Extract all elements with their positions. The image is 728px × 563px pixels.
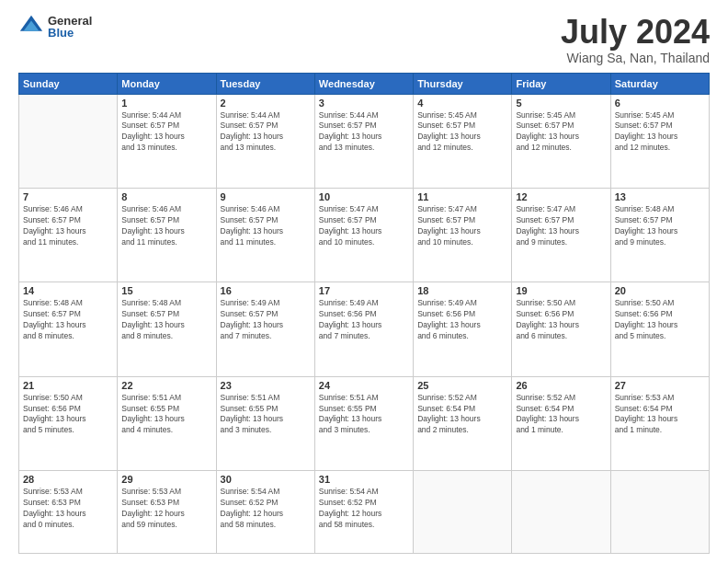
table-row: 24Sunrise: 5:51 AM Sunset: 6:55 PM Dayli… — [314, 376, 413, 470]
table-row: 19Sunrise: 5:50 AM Sunset: 6:56 PM Dayli… — [512, 282, 610, 376]
title-block: July 2024 Wiang Sa, Nan, Thailand — [561, 14, 710, 65]
day-number: 23 — [221, 380, 311, 391]
day-number: 28 — [23, 474, 113, 485]
day-info: Sunrise: 5:51 AM Sunset: 6:55 PM Dayligh… — [221, 393, 311, 437]
table-row: 2Sunrise: 5:44 AM Sunset: 6:57 PM Daylig… — [216, 94, 314, 188]
day-info: Sunrise: 5:52 AM Sunset: 6:54 PM Dayligh… — [417, 393, 507, 437]
day-number: 27 — [615, 380, 705, 391]
day-number: 4 — [417, 98, 507, 109]
day-info: Sunrise: 5:46 AM Sunset: 6:57 PM Dayligh… — [121, 204, 211, 248]
day-number: 17 — [319, 285, 409, 296]
day-info: Sunrise: 5:48 AM Sunset: 6:57 PM Dayligh… — [615, 204, 705, 248]
day-info: Sunrise: 5:50 AM Sunset: 6:56 PM Dayligh… — [516, 298, 606, 342]
day-info: Sunrise: 5:44 AM Sunset: 6:57 PM Dayligh… — [221, 110, 311, 155]
day-info: Sunrise: 5:45 AM Sunset: 6:57 PM Dayligh… — [615, 110, 705, 155]
day-info: Sunrise: 5:53 AM Sunset: 6:53 PM Dayligh… — [23, 487, 113, 531]
table-row: 25Sunrise: 5:52 AM Sunset: 6:54 PM Dayli… — [414, 376, 512, 470]
day-info: Sunrise: 5:48 AM Sunset: 6:57 PM Dayligh… — [121, 298, 211, 342]
table-row: 11Sunrise: 5:47 AM Sunset: 6:57 PM Dayli… — [414, 188, 512, 282]
table-row: 21Sunrise: 5:50 AM Sunset: 6:56 PM Dayli… — [19, 376, 118, 470]
day-number: 6 — [615, 98, 705, 109]
table-row: 6Sunrise: 5:45 AM Sunset: 6:57 PM Daylig… — [610, 94, 709, 188]
day-number: 12 — [516, 191, 606, 202]
table-row: 28Sunrise: 5:53 AM Sunset: 6:53 PM Dayli… — [19, 470, 118, 553]
logo-icon — [18, 14, 44, 40]
day-info: Sunrise: 5:46 AM Sunset: 6:57 PM Dayligh… — [221, 204, 311, 248]
day-number: 5 — [516, 98, 606, 109]
table-row — [512, 470, 610, 553]
table-row: 30Sunrise: 5:54 AM Sunset: 6:52 PM Dayli… — [216, 470, 314, 553]
day-info: Sunrise: 5:50 AM Sunset: 6:56 PM Dayligh… — [23, 393, 113, 437]
day-number: 15 — [121, 285, 211, 296]
day-number: 2 — [221, 98, 311, 109]
location: Wiang Sa, Nan, Thailand — [561, 51, 710, 65]
day-info: Sunrise: 5:45 AM Sunset: 6:57 PM Dayligh… — [417, 110, 507, 155]
day-number: 13 — [615, 191, 705, 202]
day-info: Sunrise: 5:47 AM Sunset: 6:57 PM Dayligh… — [417, 204, 507, 248]
day-info: Sunrise: 5:51 AM Sunset: 6:55 PM Dayligh… — [319, 393, 409, 437]
logo: General Blue — [18, 14, 92, 40]
day-info: Sunrise: 5:53 AM Sunset: 6:53 PM Dayligh… — [121, 487, 211, 531]
table-row: 9Sunrise: 5:46 AM Sunset: 6:57 PM Daylig… — [216, 188, 314, 282]
table-row: 5Sunrise: 5:45 AM Sunset: 6:57 PM Daylig… — [512, 94, 610, 188]
day-number: 3 — [319, 98, 409, 109]
table-row: 23Sunrise: 5:51 AM Sunset: 6:55 PM Dayli… — [216, 376, 314, 470]
table-row: 7Sunrise: 5:46 AM Sunset: 6:57 PM Daylig… — [19, 188, 118, 282]
table-row: 16Sunrise: 5:49 AM Sunset: 6:57 PM Dayli… — [216, 282, 314, 376]
day-info: Sunrise: 5:49 AM Sunset: 6:57 PM Dayligh… — [221, 298, 311, 342]
day-number: 26 — [516, 380, 606, 391]
table-row: 27Sunrise: 5:53 AM Sunset: 6:54 PM Dayli… — [610, 376, 709, 470]
day-info: Sunrise: 5:46 AM Sunset: 6:57 PM Dayligh… — [23, 204, 113, 248]
day-number: 19 — [516, 285, 606, 296]
day-number: 10 — [319, 191, 409, 202]
table-row: 15Sunrise: 5:48 AM Sunset: 6:57 PM Dayli… — [118, 282, 216, 376]
day-info: Sunrise: 5:47 AM Sunset: 6:57 PM Dayligh… — [516, 204, 606, 248]
header: General Blue July 2024 Wiang Sa, Nan, Th… — [18, 14, 710, 65]
col-tuesday: Tuesday — [216, 73, 314, 94]
day-info: Sunrise: 5:54 AM Sunset: 6:52 PM Dayligh… — [319, 487, 409, 531]
day-info: Sunrise: 5:49 AM Sunset: 6:56 PM Dayligh… — [417, 298, 507, 342]
table-row — [414, 470, 512, 553]
day-info: Sunrise: 5:49 AM Sunset: 6:56 PM Dayligh… — [319, 298, 409, 342]
table-row: 17Sunrise: 5:49 AM Sunset: 6:56 PM Dayli… — [314, 282, 413, 376]
day-number: 22 — [121, 380, 211, 391]
col-monday: Monday — [118, 73, 216, 94]
logo-text: General Blue — [48, 15, 92, 39]
col-sunday: Sunday — [19, 73, 118, 94]
day-number: 24 — [319, 380, 409, 391]
col-saturday: Saturday — [610, 73, 709, 94]
day-info: Sunrise: 5:50 AM Sunset: 6:56 PM Dayligh… — [615, 298, 705, 342]
day-number: 29 — [121, 474, 211, 485]
day-info: Sunrise: 5:48 AM Sunset: 6:57 PM Dayligh… — [23, 298, 113, 342]
table-row — [19, 94, 118, 188]
day-number: 21 — [23, 380, 113, 391]
table-row: 13Sunrise: 5:48 AM Sunset: 6:57 PM Dayli… — [610, 188, 709, 282]
day-info: Sunrise: 5:44 AM Sunset: 6:57 PM Dayligh… — [319, 110, 409, 155]
day-number: 16 — [221, 285, 311, 296]
day-number: 8 — [121, 191, 211, 202]
day-number: 20 — [615, 285, 705, 296]
day-info: Sunrise: 5:53 AM Sunset: 6:54 PM Dayligh… — [615, 393, 705, 437]
table-row: 29Sunrise: 5:53 AM Sunset: 6:53 PM Dayli… — [118, 470, 216, 553]
calendar-header-row: Sunday Monday Tuesday Wednesday Thursday… — [19, 73, 710, 94]
day-number: 9 — [221, 191, 311, 202]
day-info: Sunrise: 5:44 AM Sunset: 6:57 PM Dayligh… — [121, 110, 211, 155]
table-row: 1Sunrise: 5:44 AM Sunset: 6:57 PM Daylig… — [118, 94, 216, 188]
table-row: 3Sunrise: 5:44 AM Sunset: 6:57 PM Daylig… — [314, 94, 413, 188]
day-number: 7 — [23, 191, 113, 202]
day-number: 31 — [319, 474, 409, 485]
day-number: 18 — [417, 285, 507, 296]
table-row: 26Sunrise: 5:52 AM Sunset: 6:54 PM Dayli… — [512, 376, 610, 470]
col-friday: Friday — [512, 73, 610, 94]
table-row: 20Sunrise: 5:50 AM Sunset: 6:56 PM Dayli… — [610, 282, 709, 376]
day-info: Sunrise: 5:47 AM Sunset: 6:57 PM Dayligh… — [319, 204, 409, 248]
day-info: Sunrise: 5:45 AM Sunset: 6:57 PM Dayligh… — [516, 110, 606, 155]
table-row: 18Sunrise: 5:49 AM Sunset: 6:56 PM Dayli… — [414, 282, 512, 376]
col-thursday: Thursday — [414, 73, 512, 94]
table-row: 31Sunrise: 5:54 AM Sunset: 6:52 PM Dayli… — [314, 470, 413, 553]
logo-blue: Blue — [48, 27, 92, 39]
day-number: 1 — [121, 98, 211, 109]
month-title: July 2024 — [561, 14, 710, 51]
calendar-table: Sunday Monday Tuesday Wednesday Thursday… — [18, 73, 710, 554]
table-row: 8Sunrise: 5:46 AM Sunset: 6:57 PM Daylig… — [118, 188, 216, 282]
